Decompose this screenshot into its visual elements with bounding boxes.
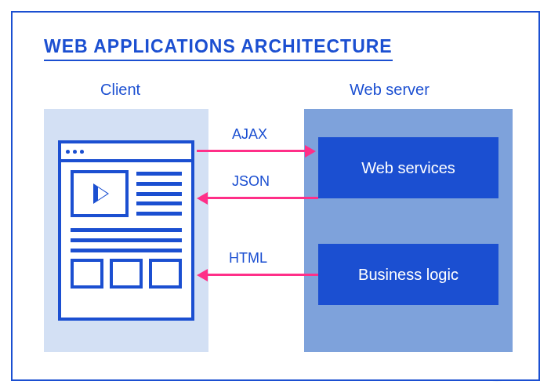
browser-titlebar <box>61 143 191 162</box>
business-logic-box: Business logic <box>318 244 498 305</box>
arrow-label-ajax: AJAX <box>232 126 267 143</box>
web-services-box: Web services <box>318 137 498 198</box>
window-dot-icon <box>73 150 77 154</box>
title-underline <box>44 60 393 61</box>
server-column-label: Web server <box>350 81 430 99</box>
arrow-head-left-icon <box>197 192 208 205</box>
thumbnail-icon <box>149 259 182 289</box>
thumbnail-row <box>71 259 182 289</box>
arrow-ajax <box>197 150 306 152</box>
diagram-stage: Client Web server <box>44 81 513 371</box>
arrow-html <box>206 274 318 276</box>
text-line-icon <box>71 249 182 252</box>
client-panel <box>44 109 208 352</box>
arrow-label-html: HTML <box>229 250 267 267</box>
browser-window-icon <box>58 140 194 321</box>
diagram-frame: WEB APPLICATIONS ARCHITECTURE Client Web… <box>11 11 540 381</box>
text-line-icon <box>71 228 182 232</box>
thumbnail-icon <box>110 259 143 289</box>
arrow-head-left-icon <box>197 269 208 281</box>
window-dot-icon <box>80 150 84 154</box>
window-dot-icon <box>66 150 70 154</box>
client-column-label: Client <box>100 81 140 99</box>
thumbnail-icon <box>71 259 103 289</box>
text-lines-icon <box>136 170 182 217</box>
video-thumbnail-icon <box>71 170 129 217</box>
diagram-title: WEB APPLICATIONS ARCHITECTURE <box>44 36 393 59</box>
browser-body <box>61 162 191 298</box>
arrow-label-json: JSON <box>232 173 270 190</box>
server-panel: Web services Business logic <box>304 109 513 352</box>
play-icon <box>93 183 109 204</box>
text-line-icon <box>71 238 182 242</box>
arrow-head-right-icon <box>305 145 316 158</box>
arrow-json <box>206 197 318 199</box>
